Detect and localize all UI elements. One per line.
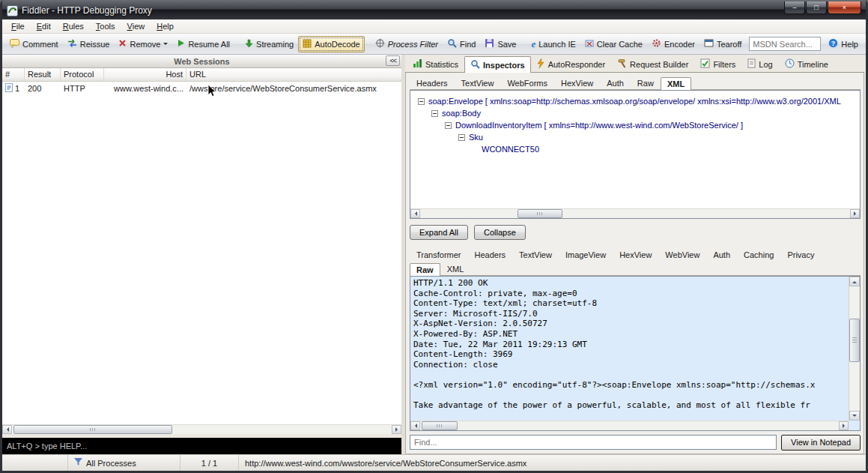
capturing-pane[interactable] <box>2 455 68 471</box>
scroll-up-arrow-icon[interactable] <box>849 277 860 286</box>
response-tab-imageview[interactable]: ImageView <box>559 248 613 261</box>
column-header-result[interactable]: Result <box>25 68 61 81</box>
comment-icon <box>10 39 19 49</box>
titlebar[interactable]: Fiddler - HTTP Debugging Proxy – □ × <box>2 0 866 19</box>
tearoff-button[interactable]: Tearoff <box>699 36 746 52</box>
response-tab-transformer[interactable]: Transformer <box>410 248 468 261</box>
session-row[interactable]: 1 200 HTTP www.west-wind.c... /wwstore/s… <box>2 82 401 94</box>
tree-collapse-icon[interactable] <box>418 98 425 105</box>
column-header-protocol[interactable]: Protocol <box>61 68 104 81</box>
tab-log[interactable]: Log <box>741 55 778 72</box>
collapse-button[interactable]: Collapse <box>474 225 526 240</box>
xml-tree-node[interactable]: soap:Body <box>410 107 860 119</box>
menubar: File Edit Rules Tools View Help <box>2 19 866 34</box>
tree-collapse-icon[interactable] <box>445 122 452 129</box>
scrollbar-thumb[interactable] <box>13 425 172 434</box>
find-button[interactable]: Find <box>443 35 480 52</box>
menu-rules[interactable]: Rules <box>57 20 90 32</box>
response-tab-auth[interactable]: Auth <box>706 248 737 261</box>
close-button[interactable]: × <box>828 1 861 14</box>
scroll-left-arrow-icon[interactable] <box>410 209 420 218</box>
launch-ie-button[interactable]: e Launch IE <box>526 37 580 52</box>
expand-all-button[interactable]: Expand All <box>410 225 468 240</box>
session-list[interactable]: 1 200 HTTP www.west-wind.c... /wwstore/s… <box>2 82 401 424</box>
request-tab-webforms[interactable]: WebForms <box>500 76 554 89</box>
help-button[interactable]: ? Help <box>824 35 863 52</box>
request-tab-raw[interactable]: Raw <box>631 76 661 89</box>
view-in-notepad-button[interactable]: View in Notepad <box>781 435 861 451</box>
scroll-left-arrow-icon[interactable] <box>2 425 12 434</box>
menu-view[interactable]: View <box>121 20 151 32</box>
response-tab-textview[interactable]: TextView <box>512 248 559 261</box>
request-tab-headers[interactable]: Headers <box>410 76 455 89</box>
scrollbar-thumb[interactable] <box>518 209 562 218</box>
response-tab-privacy[interactable]: Privacy <box>780 248 821 261</box>
inspectors-icon <box>470 59 480 70</box>
xml-tree-node[interactable]: DownloadInventoryItem [ xmlns=http://www… <box>410 119 860 131</box>
tab-statistics[interactable]: Statistics <box>407 55 464 72</box>
maximize-button[interactable]: □ <box>806 1 827 14</box>
xml-tree[interactable]: soap:Envelope [ xmlns:soap=http://schema… <box>410 91 860 208</box>
scrollbar-thumb[interactable] <box>422 421 458 430</box>
tab-autoresponder[interactable]: AutoResponder <box>531 55 611 72</box>
xml-tree-node[interactable]: WCONNECT50 <box>410 143 860 155</box>
process-filter-button[interactable]: Process Filter <box>371 35 443 52</box>
request-tab-xml[interactable]: XML <box>661 77 691 90</box>
menu-file[interactable]: File <box>5 20 31 32</box>
clear-cache-button[interactable]: Clear Cache <box>580 36 647 52</box>
scroll-right-arrow-icon[interactable] <box>839 421 849 430</box>
tree-collapse-icon[interactable] <box>458 134 465 141</box>
reissue-button[interactable]: Reissue <box>63 36 115 52</box>
response-horizontal-scrollbar[interactable] <box>410 421 849 430</box>
request-tab-textview[interactable]: TextView <box>455 76 501 89</box>
response-vertical-scrollbar[interactable] <box>849 277 860 421</box>
column-header-host[interactable]: Host <box>104 68 186 81</box>
tab-timeline[interactable]: Timeline <box>779 55 834 72</box>
collapse-sessions-button[interactable]: << <box>386 55 400 66</box>
response-subtab-raw[interactable]: Raw <box>410 263 440 276</box>
encoder-button[interactable]: Encoder <box>647 35 699 52</box>
scrollbar-thumb[interactable] <box>849 319 860 362</box>
tab-request-builder[interactable]: Request Builder <box>611 55 694 72</box>
filters-checkbox-icon <box>700 58 710 70</box>
autodecode-button[interactable]: AutoDecode <box>298 36 365 52</box>
xml-tree-node[interactable]: Sku <box>410 131 860 143</box>
toolbar-overflow-button[interactable]: » <box>863 38 868 50</box>
tree-collapse-icon[interactable] <box>431 110 438 117</box>
response-tab-headers[interactable]: Headers <box>468 248 513 261</box>
selected-session-url-pane: http://www.west-wind.com/wwstore/service… <box>239 455 866 471</box>
process-filter-pane[interactable]: All Processes <box>68 455 180 471</box>
menu-tools[interactable]: Tools <box>90 20 121 32</box>
menu-edit[interactable]: Edit <box>31 20 57 32</box>
scroll-right-arrow-icon[interactable] <box>392 425 401 434</box>
response-subtab-xml[interactable]: XML <box>440 262 471 275</box>
comment-button[interactable]: Comment <box>5 36 63 52</box>
response-raw-view[interactable]: HTTP/1.1 200 OK Cache-Control: private, … <box>410 276 861 431</box>
quickexec-input[interactable]: ALT+Q > type HELP... <box>2 438 401 454</box>
remove-button[interactable]: Remove <box>114 36 172 52</box>
response-raw-text[interactable]: HTTP/1.1 200 OK Cache-Control: private, … <box>410 277 849 421</box>
scroll-down-arrow-icon[interactable] <box>849 411 860 421</box>
scroll-right-arrow-icon[interactable] <box>850 209 860 218</box>
save-button[interactable]: Save <box>480 35 521 52</box>
scroll-left-arrow-icon[interactable] <box>410 421 420 430</box>
request-tab-hexview[interactable]: HexView <box>554 76 600 89</box>
request-tab-auth[interactable]: Auth <box>600 76 631 89</box>
minimize-button[interactable]: – <box>784 1 805 14</box>
sessions-horizontal-scrollbar[interactable] <box>2 424 401 434</box>
session-result: 200 <box>25 83 61 94</box>
resume-all-button[interactable]: Resume All <box>172 36 234 52</box>
menu-help[interactable]: Help <box>151 20 180 32</box>
find-input[interactable] <box>410 435 777 450</box>
column-header-num[interactable]: # <box>2 68 25 81</box>
tab-filters[interactable]: Filters <box>694 55 741 72</box>
xml-tree-node[interactable]: soap:Envelope [ xmlns:soap=http://schema… <box>410 95 860 107</box>
tab-inspectors[interactable]: Inspectors <box>464 56 531 73</box>
streaming-button[interactable]: Streaming <box>240 36 298 52</box>
msdn-search-input[interactable] <box>749 37 821 51</box>
response-tab-hexview[interactable]: HexView <box>613 248 658 261</box>
response-tab-webview[interactable]: WebView <box>658 248 706 261</box>
column-header-url[interactable]: URL <box>186 68 401 81</box>
xml-tree-horizontal-scrollbar[interactable] <box>410 208 860 218</box>
response-tab-caching[interactable]: Caching <box>737 248 780 261</box>
